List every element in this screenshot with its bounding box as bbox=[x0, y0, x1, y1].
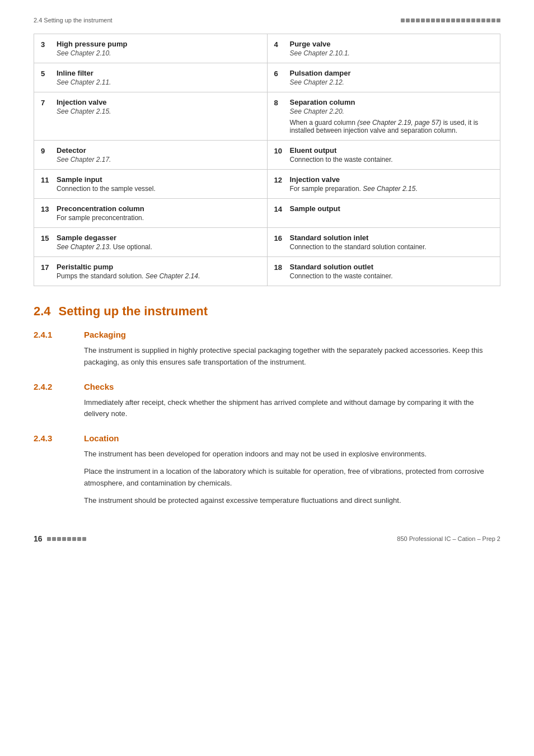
table-cell: 8 Separation column See Chapter 2.20. Wh… bbox=[268, 92, 500, 140]
subsection-number: 2.4.1 bbox=[34, 330, 67, 339]
cell-title: Injection valve bbox=[57, 98, 111, 106]
cell-desc: See Chapter 2.10. bbox=[57, 49, 127, 57]
cell-content: Preconcentration column For sample preco… bbox=[57, 204, 144, 222]
cell-title: Separation column bbox=[290, 98, 494, 106]
table-row: 17 Peristaltic pump Pumps the standard s… bbox=[34, 257, 500, 286]
cell-title: Detector bbox=[57, 146, 111, 155]
table-cell: 5 Inline filter See Chapter 2.11. bbox=[34, 63, 268, 92]
cell-desc: Connection to the sample vessel. bbox=[57, 185, 156, 193]
cell-number: 17 bbox=[41, 263, 51, 272]
table-cell: 16 Standard solution inlet Connection to… bbox=[268, 228, 500, 256]
subsection-body-242: Immediately after receipt, check whether… bbox=[84, 397, 500, 421]
subsection-title: Packaging bbox=[84, 330, 126, 339]
cell-number: 15 bbox=[41, 234, 51, 242]
cell-number: 12 bbox=[274, 175, 284, 184]
cell-desc: See Chapter 2.12. bbox=[290, 78, 351, 86]
table-cell: 14 Sample output bbox=[268, 199, 500, 227]
cell-desc: See Chapter 2.17. bbox=[57, 156, 111, 164]
cell-extra: When a guard column (see Chapter 2.19, p… bbox=[290, 119, 494, 134]
cell-content: Standard solution inlet Connection to th… bbox=[290, 234, 427, 251]
cell-title: Standard solution outlet bbox=[290, 263, 393, 271]
cell-content: Injection valve See Chapter 2.15. bbox=[57, 98, 111, 115]
subsection-number: 2.4.2 bbox=[34, 382, 67, 391]
cell-content: Standard solution outlet Connection to t… bbox=[290, 263, 393, 280]
subsection-title: Checks bbox=[84, 382, 114, 391]
subsection-heading-243: 2.4.3 Location bbox=[34, 433, 500, 443]
cell-number: 11 bbox=[41, 175, 51, 184]
cell-title: Sample input bbox=[57, 175, 156, 184]
cell-desc: Connection to the standard solution cont… bbox=[290, 243, 427, 251]
cell-content: Peristaltic pump Pumps the standard solu… bbox=[57, 263, 200, 280]
table-cell: 15 Sample degasser See Chapter 2.13. Use… bbox=[34, 228, 268, 256]
page-footer: 16 850 Professional IC – Cation – Prep 2 bbox=[34, 534, 500, 543]
cell-title: Purge valve bbox=[290, 40, 350, 48]
section-number: 2.4 bbox=[34, 304, 51, 318]
cell-content: Purge valve See Chapter 2.10.1. bbox=[290, 40, 350, 57]
cell-content: Sample input Connection to the sample ve… bbox=[57, 175, 156, 193]
cell-number: 16 bbox=[274, 234, 284, 242]
subsection-paragraph: The instrument is supplied in highly pro… bbox=[84, 345, 500, 368]
cell-content: Pulsation damper See Chapter 2.12. bbox=[290, 69, 351, 86]
cell-content: Detector See Chapter 2.17. bbox=[57, 146, 111, 164]
cell-number: 6 bbox=[274, 69, 284, 78]
cell-number: 7 bbox=[41, 98, 51, 107]
cell-number: 18 bbox=[274, 263, 284, 272]
table-row: 7 Injection valve See Chapter 2.15. 8 Se… bbox=[34, 92, 500, 141]
table-cell: 12 Injection valve For sample preparatio… bbox=[268, 170, 500, 198]
cell-number: 8 bbox=[274, 98, 284, 107]
cell-title: Injection valve bbox=[290, 175, 418, 184]
footer-dots bbox=[47, 537, 86, 541]
cell-content: Sample degasser See Chapter 2.13. Use op… bbox=[57, 234, 152, 251]
cell-desc: For sample preparation. See Chapter 2.15… bbox=[290, 185, 418, 193]
footer-left: 16 bbox=[34, 534, 86, 543]
page-header: 2.4 Setting up the instrument bbox=[34, 17, 500, 24]
cell-content: Eluent output Connection to the waste co… bbox=[290, 146, 393, 164]
subsection-heading-241: 2.4.1 Packaging bbox=[34, 330, 500, 339]
cell-number: 5 bbox=[41, 69, 51, 78]
subsection-title: Location bbox=[84, 433, 119, 443]
table-cell: 10 Eluent output Connection to the waste… bbox=[268, 141, 500, 169]
subsection-body-243: The instrument has been developed for op… bbox=[84, 449, 500, 506]
subsection-paragraph: Place the instrument in a location of th… bbox=[84, 466, 500, 489]
cell-title: Eluent output bbox=[290, 146, 393, 155]
cell-title: High pressure pump bbox=[57, 40, 127, 48]
subsection-paragraph: The instrument has been developed for op… bbox=[84, 449, 500, 460]
table-cell: 6 Pulsation damper See Chapter 2.12. bbox=[268, 63, 500, 92]
cell-title: Sample output bbox=[290, 204, 340, 213]
cell-title: Sample degasser bbox=[57, 234, 152, 242]
cell-content: Inline filter See Chapter 2.11. bbox=[57, 69, 111, 86]
table-cell: 7 Injection valve See Chapter 2.15. bbox=[34, 92, 268, 140]
breadcrumb: 2.4 Setting up the instrument bbox=[34, 17, 113, 24]
table-cell: 17 Peristaltic pump Pumps the standard s… bbox=[34, 257, 268, 286]
subsection-242: 2.4.2 Checks Immediately after receipt, … bbox=[34, 382, 500, 421]
header-decoration bbox=[401, 18, 500, 22]
table-cell: 18 Standard solution outlet Connection t… bbox=[268, 257, 500, 286]
page-number: 16 bbox=[34, 534, 43, 543]
cell-desc: See Chapter 2.10.1. bbox=[290, 49, 350, 57]
subsection-243: 2.4.3 Location The instrument has been d… bbox=[34, 433, 500, 506]
cell-title: Preconcentration column bbox=[57, 204, 144, 213]
table-cell: 13 Preconcentration column For sample pr… bbox=[34, 199, 268, 227]
cell-desc: See Chapter 2.11. bbox=[57, 78, 111, 86]
cell-content: Sample output bbox=[290, 204, 340, 214]
footer-title: 850 Professional IC – Cation – Prep 2 bbox=[397, 535, 500, 542]
subsection-241: 2.4.1 Packaging The instrument is suppli… bbox=[34, 330, 500, 368]
cell-number: 4 bbox=[274, 40, 284, 49]
table-row: 9 Detector See Chapter 2.17. 10 Eluent o… bbox=[34, 141, 500, 170]
subsection-heading-242: 2.4.2 Checks bbox=[34, 382, 500, 391]
cell-desc: For sample preconcentration. bbox=[57, 214, 144, 222]
table-row: 3 High pressure pump See Chapter 2.10. 4… bbox=[34, 34, 500, 63]
table-cell: 4 Purge valve See Chapter 2.10.1. bbox=[268, 34, 500, 63]
cell-content: Injection valve For sample preparation. … bbox=[290, 175, 418, 193]
component-table: 3 High pressure pump See Chapter 2.10. 4… bbox=[34, 34, 500, 286]
cell-content: High pressure pump See Chapter 2.10. bbox=[57, 40, 127, 57]
table-cell: 11 Sample input Connection to the sample… bbox=[34, 170, 268, 198]
cell-content: Separation column See Chapter 2.20. When… bbox=[290, 98, 494, 134]
subsection-paragraph: The instrument should be protected again… bbox=[84, 495, 500, 507]
cell-title: Standard solution inlet bbox=[290, 234, 427, 242]
cell-number: 10 bbox=[274, 146, 284, 155]
section-title: Setting up the instrument bbox=[59, 304, 208, 318]
cell-title: Inline filter bbox=[57, 69, 111, 77]
cell-title: Pulsation damper bbox=[290, 69, 351, 77]
table-row: 11 Sample input Connection to the sample… bbox=[34, 170, 500, 199]
